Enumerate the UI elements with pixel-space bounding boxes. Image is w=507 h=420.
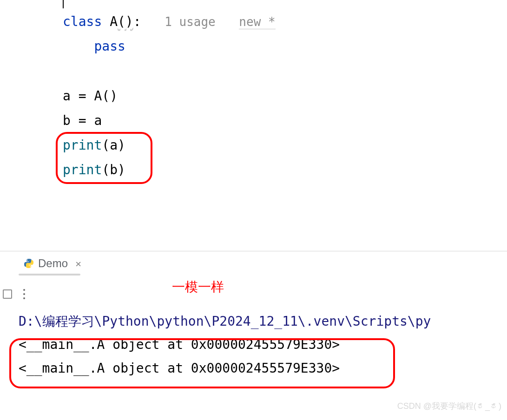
colon: : bbox=[133, 14, 141, 29]
console-output[interactable]: D:\编程学习\Python\python\P2024_12_11\.venv\… bbox=[0, 296, 507, 380]
cursor-indicator bbox=[63, 0, 64, 8]
code-editor-pane[interactable]: class A(): 1 usage new * pass a = A() b … bbox=[0, 0, 507, 251]
indent bbox=[63, 39, 94, 54]
code-line-2[interactable]: pass bbox=[63, 34, 507, 59]
code-line-5[interactable]: b = a bbox=[63, 108, 507, 133]
code-line-1[interactable]: class A(): 1 usage new * bbox=[63, 9, 507, 34]
code-line-7[interactable]: print(b) bbox=[63, 158, 507, 182]
class-identifier: A bbox=[102, 14, 118, 29]
tab-close-button[interactable]: × bbox=[75, 258, 81, 269]
run-tab-label[interactable]: Demo bbox=[38, 257, 68, 270]
code-line-6[interactable]: print(a) bbox=[63, 133, 507, 158]
console-toolbar bbox=[0, 288, 25, 300]
output-line-1: <__main__.A object at 0x000002455579E330… bbox=[19, 333, 507, 356]
more-options-icon[interactable] bbox=[23, 289, 25, 299]
func-print: print bbox=[63, 162, 102, 177]
annotation-text: 一模一样 bbox=[172, 278, 507, 296]
python-icon bbox=[23, 258, 34, 269]
interpreter-path: D:\编程学习\Python\python\P2024_12_11\.venv\… bbox=[19, 310, 507, 333]
run-tab-bar: Demo × bbox=[0, 251, 507, 274]
code-line-3[interactable] bbox=[63, 59, 507, 83]
parens: () bbox=[118, 14, 133, 29]
stop-icon[interactable] bbox=[3, 289, 12, 299]
console-pane: Demo × 一模一样 D:\编程学习\Python\python\P2024_… bbox=[0, 251, 507, 420]
tab-underline bbox=[19, 274, 80, 276]
func-print: print bbox=[63, 138, 102, 153]
print-args: (b) bbox=[102, 162, 125, 177]
author-hint[interactable]: new * bbox=[239, 15, 275, 29]
watermark-text: CSDN @我要学编程(ಥ_ಥ) bbox=[397, 400, 501, 412]
keyword-pass: pass bbox=[94, 39, 125, 54]
code-line-4[interactable]: a = A() bbox=[63, 84, 507, 108]
output-line-2: <__main__.A object at 0x000002455579E330… bbox=[19, 357, 507, 380]
keyword-class: class bbox=[63, 14, 102, 29]
usage-hint[interactable]: 1 usage bbox=[165, 15, 216, 29]
code-content[interactable]: class A(): 1 usage new * pass a = A() b … bbox=[0, 0, 507, 182]
print-args: (a) bbox=[102, 138, 125, 153]
